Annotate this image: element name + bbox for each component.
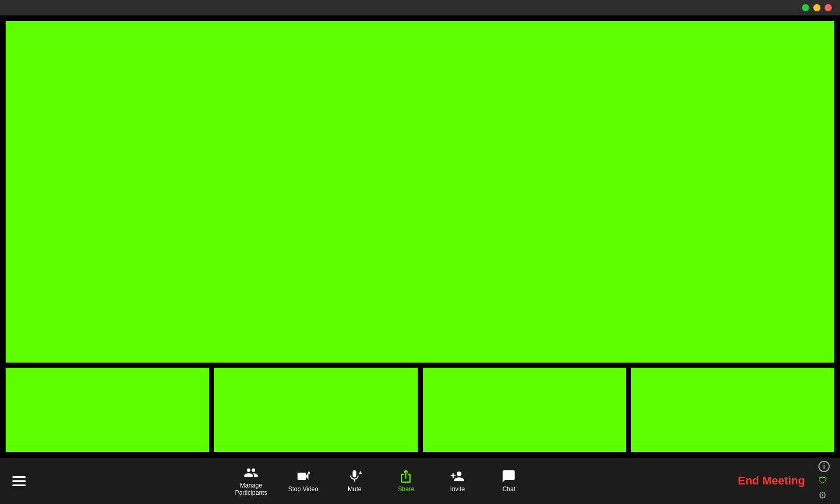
toolbar-right: End Meeting i 🛡 ⚙ xyxy=(731,461,830,501)
end-meeting-label: End Meeting xyxy=(738,474,805,487)
menu-line-1 xyxy=(12,476,26,478)
shield-icon[interactable]: 🛡 xyxy=(818,475,830,487)
thumbnail-video-3 xyxy=(421,366,628,454)
traffic-light-red[interactable] xyxy=(825,4,832,11)
thumbnail-row xyxy=(4,366,836,454)
mute-button[interactable]: ▲ Mute xyxy=(339,469,370,493)
manage-participants-button[interactable]: ManageParticipants xyxy=(235,465,267,496)
svg-text:▲: ▲ xyxy=(307,470,310,475)
stop-video-button[interactable]: ▲ Stop Video xyxy=(288,469,318,493)
share-label: Share xyxy=(398,485,414,493)
invite-label: Invite xyxy=(450,485,465,493)
thumbnail-video-4 xyxy=(630,366,836,454)
toolbar-left xyxy=(10,474,28,488)
info-icon[interactable]: i xyxy=(818,461,830,472)
menu-button[interactable] xyxy=(10,474,28,488)
mic-icon: ▲ xyxy=(347,469,362,483)
chat-icon xyxy=(502,469,516,483)
share-icon xyxy=(399,469,413,483)
mute-label: Mute xyxy=(348,485,362,493)
traffic-light-yellow[interactable] xyxy=(813,4,820,11)
chat-label: Chat xyxy=(503,485,515,493)
right-icons: i 🛡 ⚙ xyxy=(818,461,830,501)
title-bar xyxy=(0,0,840,15)
traffic-light-green[interactable] xyxy=(802,4,809,11)
thumbnail-video-1 xyxy=(4,366,210,454)
video-icon: ▲ xyxy=(296,469,310,483)
manage-participants-label: ManageParticipants xyxy=(235,482,267,496)
gear-icon[interactable]: ⚙ xyxy=(818,490,830,501)
people-icon xyxy=(244,465,258,480)
main-content xyxy=(0,15,840,458)
stop-video-label: Stop Video xyxy=(288,485,318,493)
menu-line-2 xyxy=(12,480,26,482)
invite-button[interactable]: Invite xyxy=(442,469,473,493)
svg-text:▲: ▲ xyxy=(358,470,362,475)
toolbar-center: ManageParticipants ▲ Stop Video ▲ Mute S… xyxy=(28,465,731,496)
thumbnail-video-2 xyxy=(212,366,419,454)
menu-line-3 xyxy=(12,484,26,486)
toolbar: ManageParticipants ▲ Stop Video ▲ Mute S… xyxy=(0,458,840,504)
share-button[interactable]: Share xyxy=(390,469,421,493)
main-video xyxy=(4,20,836,364)
invite-icon xyxy=(450,469,464,483)
end-meeting-button[interactable]: End Meeting xyxy=(731,470,811,492)
chat-button[interactable]: Chat xyxy=(493,469,524,493)
